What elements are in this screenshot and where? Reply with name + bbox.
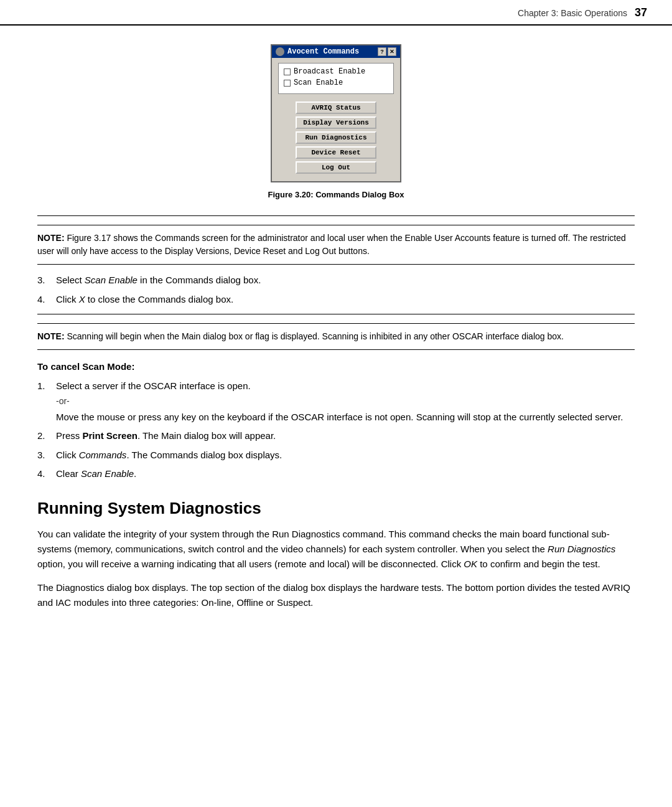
- diagnostics-para-2: The Diagnostics dialog box displays. The…: [37, 580, 635, 610]
- step-3-italic: Scan Enable: [85, 275, 138, 285]
- run-diagnostics-italic: Run Diagnostics: [548, 544, 615, 554]
- scan-steps-list: 3. Select Scan Enable in the Commands di…: [37, 273, 635, 306]
- or-text: -or-: [56, 395, 635, 408]
- cancel-step-1-num: 1.: [37, 379, 56, 424]
- dialog-titlebar: Avocent Commands ? ✕: [272, 45, 400, 58]
- header-bar: Chapter 3: Basic Operations 37: [0, 0, 672, 26]
- note-box-2: NOTE: Scanning will begin when the Main …: [37, 323, 635, 350]
- separator-1: [37, 215, 635, 216]
- cancel-steps-list: 1. Select a server if the OSCAR interfac…: [37, 379, 635, 481]
- note2-bold: NOTE:: [37, 331, 65, 341]
- step-3-num: 3.: [37, 273, 56, 288]
- dialog-checkboxes-section: Broadcast Enable Scan Enable: [278, 63, 394, 94]
- checkbox-scan[interactable]: Scan Enable: [284, 78, 388, 87]
- dialog-title-text: Avocent Commands: [287, 47, 359, 56]
- sub-step-1: Move the mouse or press any key on the k…: [56, 410, 635, 425]
- note1-text: Figure 3.17 shows the Commands screen fo…: [37, 233, 626, 256]
- display-versions-button[interactable]: Display Versions: [296, 116, 376, 129]
- commands-italic: Commands: [79, 450, 127, 460]
- dialog-title-left: Avocent Commands: [276, 47, 359, 56]
- dialog-body: Broadcast Enable Scan Enable AVRIQ Statu…: [272, 58, 400, 181]
- cancel-step-4-num: 4.: [37, 467, 56, 481]
- dialog-window-controls[interactable]: ? ✕: [378, 47, 396, 56]
- step-4-num: 4.: [37, 293, 56, 307]
- cancel-step-4: 4. Clear Scan Enable.: [37, 467, 635, 481]
- cancel-step-2-content: Press Print Screen. The Main dialog box …: [56, 429, 635, 443]
- print-screen-bold: Print Screen: [83, 430, 138, 441]
- diagnostics-para-1: You can validate the integrity of your s…: [37, 527, 635, 572]
- dialog-help-button[interactable]: ?: [378, 47, 386, 56]
- step-4-italic: X: [79, 294, 85, 304]
- scan-enable-italic: Scan Enable: [81, 468, 134, 479]
- ok-italic: OK: [464, 559, 477, 569]
- figure-container: Avocent Commands ? ✕ Broadcast Enable: [37, 44, 635, 208]
- cancel-step-4-content: Clear Scan Enable.: [56, 467, 635, 481]
- note-box-1: NOTE: Figure 3.17 shows the Commands scr…: [37, 225, 635, 265]
- step-4-content: Click X to close the Commands dialog box…: [56, 293, 635, 307]
- avriq-status-button[interactable]: AVRIQ Status: [296, 101, 376, 114]
- cancel-step-3-num: 3.: [37, 448, 56, 463]
- cancel-step-3: 3. Click Commands. The Commands dialog b…: [37, 448, 635, 463]
- broadcast-checkbox[interactable]: [284, 68, 291, 75]
- cancel-step-1: 1. Select a server if the OSCAR interfac…: [37, 379, 635, 424]
- step-3: 3. Select Scan Enable in the Commands di…: [37, 273, 635, 288]
- run-diagnostics-button[interactable]: Run Diagnostics: [296, 131, 376, 144]
- scan-checkbox[interactable]: [284, 80, 291, 87]
- dialog-buttons-section: AVRIQ Status Display Versions Run Diagno…: [278, 99, 394, 176]
- log-out-button[interactable]: Log Out: [296, 161, 376, 174]
- scan-label: Scan Enable: [294, 78, 343, 87]
- cancel-step-1-content: Select a server if the OSCAR interface i…: [56, 379, 635, 424]
- commands-dialog-box: Avocent Commands ? ✕ Broadcast Enable: [271, 44, 401, 182]
- device-reset-button[interactable]: Device Reset: [296, 146, 376, 159]
- cancel-step-3-content: Click Commands. The Commands dialog box …: [56, 448, 635, 463]
- note1-bold: NOTE:: [37, 233, 65, 243]
- running-diagnostics-heading: Running System Diagnostics: [37, 499, 635, 518]
- page-number: 37: [635, 6, 647, 19]
- checkbox-broadcast[interactable]: Broadcast Enable: [284, 67, 388, 76]
- main-content: Avocent Commands ? ✕ Broadcast Enable: [0, 26, 672, 644]
- dialog-app-icon: [276, 47, 284, 56]
- chapter-label: Chapter 3: Basic Operations: [518, 8, 627, 18]
- cancel-step-2: 2. Press Print Screen. The Main dialog b…: [37, 429, 635, 443]
- note2-text: Scanning will begin when the Main dialog…: [65, 331, 564, 341]
- figure-caption: Figure 3.20: Commands Dialog Box: [268, 190, 404, 199]
- step-3-content: Select Scan Enable in the Commands dialo…: [56, 273, 635, 288]
- dialog-close-button[interactable]: ✕: [388, 47, 396, 56]
- separator-2: [37, 314, 635, 314]
- cancel-step-2-num: 2.: [37, 429, 56, 443]
- cancel-scan-heading: To cancel Scan Mode:: [37, 361, 635, 372]
- step-4: 4. Click X to close the Commands dialog …: [37, 293, 635, 307]
- broadcast-label: Broadcast Enable: [294, 67, 365, 76]
